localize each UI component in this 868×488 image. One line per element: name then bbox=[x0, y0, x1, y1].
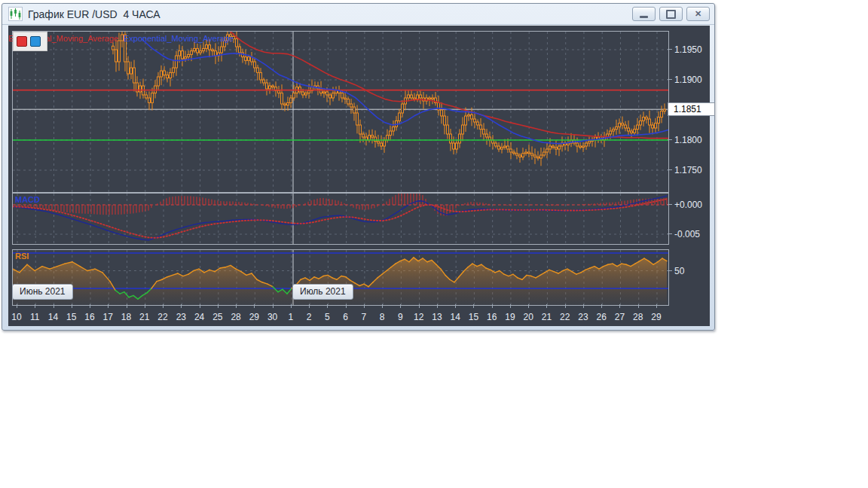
x-axis-label: 14 bbox=[450, 312, 460, 322]
candlestick-chart-icon bbox=[8, 7, 23, 21]
x-axis-tick bbox=[583, 304, 584, 308]
minimize-button[interactable] bbox=[632, 7, 656, 21]
x-axis-label: 21 bbox=[139, 312, 149, 322]
x-axis-tick bbox=[656, 304, 657, 308]
x-axis-label: 8 bbox=[380, 312, 385, 322]
y-axis-label: 1.1950 bbox=[674, 44, 702, 55]
x-axis-label: 18 bbox=[121, 312, 131, 322]
x-axis-label: 10 bbox=[11, 312, 21, 322]
x-axis-label: 2 bbox=[307, 312, 312, 322]
x-axis-tick bbox=[181, 304, 182, 308]
legend-label-ma-blue: Exponential_Moving_Average bbox=[124, 34, 234, 43]
x-axis-label: 23 bbox=[578, 312, 588, 322]
x-axis: 1011141516171821222324252829301256789121… bbox=[12, 304, 709, 326]
x-axis-label: 21 bbox=[542, 312, 552, 322]
chart-window: График EUR /USD 4 ЧАСА ✕ Exponential_Mov… bbox=[2, 3, 715, 331]
x-axis-tick bbox=[53, 304, 54, 308]
x-axis-tick bbox=[200, 304, 200, 308]
x-axis-tick bbox=[601, 304, 602, 308]
x-axis-tick bbox=[72, 304, 72, 308]
x-axis-tick bbox=[638, 304, 639, 308]
y-axis-label: 1.1900 bbox=[674, 75, 702, 85]
chart-client-area: Exponential_Moving_Average Exponential_M… bbox=[8, 26, 710, 326]
x-axis-tick bbox=[218, 304, 219, 308]
price-panel[interactable]: Exponential_Moving_Average Exponential_M… bbox=[12, 31, 669, 193]
x-axis-label: 26 bbox=[597, 312, 607, 322]
x-axis-label: 16 bbox=[84, 312, 94, 322]
x-axis-tick bbox=[145, 304, 145, 308]
x-axis-tick bbox=[236, 304, 237, 308]
x-axis-tick bbox=[346, 304, 347, 308]
x-axis-tick bbox=[273, 304, 274, 308]
macd-panel[interactable]: MACD bbox=[12, 193, 669, 245]
x-axis-label: 30 bbox=[267, 312, 277, 322]
close-icon: ✕ bbox=[695, 10, 701, 18]
x-axis-tick bbox=[455, 304, 456, 308]
x-axis-tick bbox=[163, 304, 164, 308]
maximize-button[interactable] bbox=[659, 7, 683, 21]
x-axis-tick bbox=[309, 304, 310, 308]
x-axis-label: 15 bbox=[66, 312, 76, 322]
y-axis-label: +0.000 bbox=[674, 200, 702, 210]
y-axis-label: 1.1800 bbox=[674, 135, 702, 145]
month-badge-july: Июль 2021 bbox=[292, 284, 353, 300]
x-axis-tick bbox=[473, 304, 474, 308]
x-axis-tick bbox=[546, 304, 547, 308]
x-axis-tick bbox=[382, 304, 383, 308]
y-axis-tick bbox=[668, 49, 672, 50]
y-axis-label: 1.1750 bbox=[674, 165, 702, 175]
blue-indicator-chip[interactable] bbox=[30, 36, 41, 47]
x-axis-label: 22 bbox=[560, 312, 570, 322]
price-chart-svg[interactable] bbox=[13, 32, 668, 192]
red-indicator-chip[interactable] bbox=[17, 36, 27, 47]
x-axis-tick bbox=[565, 304, 566, 308]
x-axis-label: 20 bbox=[524, 312, 533, 322]
x-axis-label: 25 bbox=[212, 312, 222, 322]
minimize-icon bbox=[640, 16, 648, 18]
y-axis-tick bbox=[668, 233, 672, 234]
indicator-chips bbox=[13, 32, 47, 51]
x-axis-label: 5 bbox=[325, 312, 330, 322]
x-axis-tick bbox=[400, 304, 401, 308]
maximize-icon bbox=[666, 10, 676, 19]
x-axis-tick bbox=[254, 304, 255, 308]
y-axis-tick bbox=[668, 139, 672, 140]
x-axis-tick bbox=[35, 304, 35, 308]
x-axis-tick bbox=[419, 304, 420, 308]
x-axis-label: 1 bbox=[289, 312, 294, 322]
title-bar[interactable]: График EUR /USD 4 ЧАСА ✕ bbox=[2, 4, 714, 25]
y-axis-tick bbox=[668, 204, 672, 205]
x-axis-label: 15 bbox=[469, 312, 478, 322]
x-axis-label: 7 bbox=[362, 312, 367, 322]
x-axis-label: 27 bbox=[615, 312, 625, 322]
x-axis-tick bbox=[510, 304, 511, 308]
y-axis-tick bbox=[668, 79, 672, 80]
x-axis-label: 9 bbox=[398, 312, 403, 322]
x-axis-tick bbox=[528, 304, 529, 308]
x-axis-tick bbox=[327, 304, 328, 308]
x-axis-label: 13 bbox=[432, 312, 442, 322]
y-axis-label: 50 bbox=[674, 266, 684, 276]
x-axis-tick bbox=[127, 304, 127, 308]
x-axis-label: 16 bbox=[487, 312, 497, 322]
x-axis-tick bbox=[291, 304, 292, 308]
x-axis-tick bbox=[437, 304, 438, 308]
x-axis-tick bbox=[108, 304, 108, 308]
x-axis-label: 17 bbox=[103, 312, 113, 322]
x-axis-label: 23 bbox=[176, 312, 186, 322]
x-axis-label: 22 bbox=[157, 312, 167, 322]
x-axis-tick bbox=[364, 304, 365, 308]
current-price-box: 1.1851 bbox=[668, 102, 715, 116]
x-axis-label: 28 bbox=[231, 312, 240, 322]
x-axis-label: 11 bbox=[30, 312, 39, 322]
x-axis-tick bbox=[619, 304, 620, 308]
x-axis-tick bbox=[90, 304, 90, 308]
macd-label: MACD bbox=[15, 195, 40, 204]
window-title: График EUR /USD 4 ЧАСА bbox=[28, 8, 160, 20]
x-axis-label: 28 bbox=[633, 312, 643, 322]
y-axis-tick bbox=[668, 270, 672, 271]
x-axis-label: 29 bbox=[651, 312, 661, 322]
x-axis-label: 12 bbox=[414, 312, 423, 322]
macd-chart-svg[interactable] bbox=[13, 194, 668, 244]
close-button[interactable]: ✕ bbox=[686, 7, 710, 21]
